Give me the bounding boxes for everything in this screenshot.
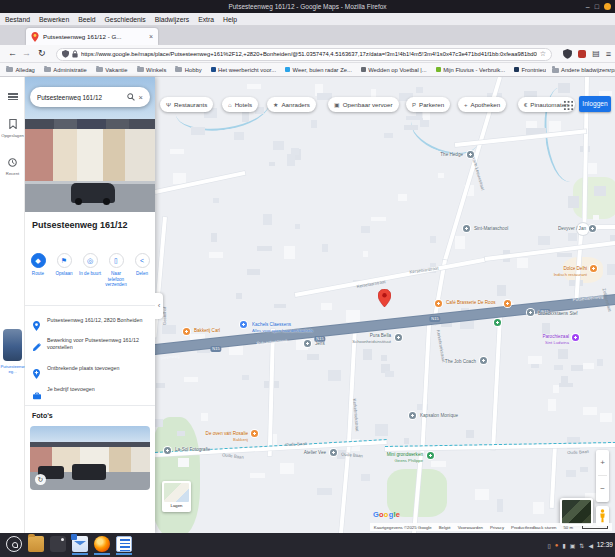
destination-pin[interactable] [378, 289, 391, 307]
map-poi-label[interactable]: Kapsalon Monique [420, 413, 458, 419]
chip-openbaar-vervoer[interactable]: ▣Openbaar vervoer [328, 97, 399, 112]
map-poi-marker[interactable] [409, 412, 416, 419]
map-poi-marker[interactable] [183, 328, 190, 335]
menu-item-extra[interactable]: Extra [198, 16, 214, 23]
action-send-phone[interactable]: ▯Naar telefoon verzenden [103, 253, 129, 288]
clear-search-icon[interactable]: × [139, 93, 143, 102]
map-poi-marker[interactable] [494, 319, 501, 326]
url-bar[interactable]: https://www.google.be/maps/place/Putsest… [56, 48, 552, 61]
action-share[interactable]: <Delen [129, 253, 155, 277]
recent-search-thumbnail[interactable] [3, 329, 22, 361]
map-poi-label[interactable]: Mini grondwerkenGeens Philippe [387, 452, 423, 463]
network-tray-icon[interactable]: ⇅ [579, 542, 584, 549]
map-poi-label[interactable]: Bakkerij Carl [194, 328, 220, 334]
file-manager-icon[interactable] [28, 536, 44, 552]
google-apps-grid-icon[interactable] [563, 100, 573, 110]
bookmark-item[interactable]: Alledag [6, 67, 35, 73]
close-button[interactable] [604, 3, 611, 10]
protections-shield-icon[interactable] [563, 49, 572, 59]
add-business-row[interactable]: Je bedrijf toevoegen [32, 386, 150, 404]
app-menu-icon[interactable] [6, 536, 22, 552]
saved-icon[interactable]: Opgeslagen [0, 115, 25, 138]
zoom-in-button[interactable]: + [596, 450, 609, 475]
zoom-out-button[interactable]: − [596, 476, 609, 501]
satellite-preview-thumbnail[interactable] [560, 498, 593, 526]
search-input[interactable]: Putsesteenweg 161/12 × [30, 87, 150, 107]
map-poi-label[interactable]: Pura BellaSchoonheidsinstituut [352, 333, 391, 344]
adblock-extension-icon[interactable] [578, 50, 586, 58]
url-text[interactable]: https://www.google.be/maps/place/Putsest… [81, 51, 537, 57]
other-bookmarks-button[interactable]: Andere bladwijzers [546, 63, 610, 77]
add-place-row[interactable]: Ontbrekende plaats toevoegen [32, 365, 150, 383]
action-directions[interactable]: ◆Route [25, 253, 51, 277]
menu-item-bewerken[interactable]: Bewerken [39, 16, 69, 23]
map-poi-marker[interactable] [164, 447, 171, 454]
map-poi-label[interactable]: The Job Coach [445, 359, 476, 365]
recent-icon[interactable]: Recent [0, 153, 25, 176]
chip-hotels[interactable]: ⌂Hotels [222, 97, 258, 112]
minimize-button[interactable]: – [586, 0, 590, 13]
clock[interactable]: 12:39 [597, 533, 613, 557]
chip-restaurants[interactable]: ΨRestaurants [160, 97, 213, 112]
map-canvas[interactable]: Zwarte LeeuwstraatKerselaarstraatKersela… [155, 77, 615, 533]
search-icon[interactable] [127, 93, 135, 101]
clipboard-tray-icon[interactable]: ▯ [547, 542, 550, 549]
map-poi-marker[interactable] [240, 321, 247, 328]
map-poi-label[interactable]: La-Sol Fotografie [175, 447, 210, 453]
bookmark-item[interactable]: Het weerbericht voor... [211, 67, 277, 73]
redshift-tray-icon[interactable]: ● [555, 542, 559, 548]
map-poi-marker[interactable] [463, 225, 470, 232]
maximize-button[interactable]: □ [595, 0, 599, 13]
menu-item-bestand[interactable]: Bestand [5, 16, 30, 23]
map-poi-marker[interactable] [590, 265, 597, 272]
map-poi-label[interactable]: Dolce DelhiIndisch restaurant [554, 266, 587, 277]
map-poi-label[interactable]: De oven van RosalieBakkerij [206, 431, 248, 442]
map-poi-marker[interactable] [572, 334, 579, 341]
mail-icon[interactable] [72, 536, 88, 552]
map-poi-label[interactable]: Jens [315, 341, 325, 347]
map-poi-label[interactable]: ParochiezaalSint Ludwina [542, 334, 569, 345]
package-tray-icon[interactable]: ▣ [570, 542, 576, 549]
attribution-link[interactable]: Voorwaarden [458, 525, 483, 530]
map-poi-marker[interactable] [251, 430, 258, 437]
bookmark-item[interactable]: Mijn Fluvius - Verbruik... [436, 67, 505, 73]
battery-tray-icon[interactable]: ▮ [562, 542, 565, 549]
bookmark-item[interactable]: Administratie [44, 67, 87, 73]
map-poi-marker[interactable] [395, 334, 402, 341]
search-value[interactable]: Putsesteenweg 161/12 [37, 94, 123, 101]
forward-button[interactable]: → [22, 48, 31, 58]
map-poi-label[interactable]: Kachels ClaessensAlles voor open haarden… [252, 322, 313, 333]
map-poi-marker[interactable] [527, 309, 534, 316]
volume-tray-icon[interactable]: ◀ [588, 542, 593, 549]
chip-aanraders[interactable]: ★Aanraders [267, 97, 316, 112]
map-poi-label[interactable]: Atelier Vee [304, 450, 326, 456]
map-poi-label[interactable]: Broeckxstaens Stef [538, 311, 578, 317]
menu-item-geschiedenis[interactable]: Geschiedenis [105, 16, 146, 23]
map-poi-marker[interactable] [589, 225, 596, 232]
map-poi-marker[interactable] [435, 300, 442, 307]
sign-in-button[interactable]: Inloggen [579, 96, 611, 112]
tracking-shield-icon[interactable] [62, 50, 69, 58]
menu-item-help[interactable]: Help [223, 16, 237, 23]
app-menu-icon[interactable]: ≡ [606, 49, 611, 59]
map-poi-marker[interactable] [427, 452, 434, 459]
bookmark-star-icon[interactable]: ☆ [540, 50, 546, 58]
bookmark-item[interactable]: Wedden op Voetbal |... [361, 67, 427, 73]
reload-button[interactable]: ↻ [38, 48, 46, 58]
action-nearby[interactable]: ◎In de buurt [77, 253, 103, 277]
window-titlebar[interactable]: Putsesteenweg 161/12 - Google Maps - Moz… [0, 0, 615, 13]
collapse-panel-arrow[interactable]: ‹ [155, 293, 163, 319]
map-poi-marker[interactable] [304, 340, 311, 347]
map-poi-marker[interactable] [480, 357, 487, 364]
action-save[interactable]: ⚑Opslaan [51, 253, 77, 277]
maps-menu-icon[interactable] [0, 88, 25, 106]
map-poi-marker[interactable] [330, 449, 337, 456]
map-poi-label[interactable]: The Hedge [440, 152, 463, 158]
attribution-link[interactable]: Privacy [490, 525, 504, 530]
tab-close-icon[interactable]: × [149, 33, 153, 40]
address-row[interactable]: Putsesteenweg 161/12, 2820 Bonheiden [32, 317, 150, 335]
bookmark-item[interactable]: Hobby [175, 67, 201, 73]
attribution-link[interactable]: Productfeedback sturen [511, 525, 556, 530]
map-poi-marker[interactable] [504, 300, 511, 307]
map-poi-marker[interactable] [467, 151, 474, 158]
